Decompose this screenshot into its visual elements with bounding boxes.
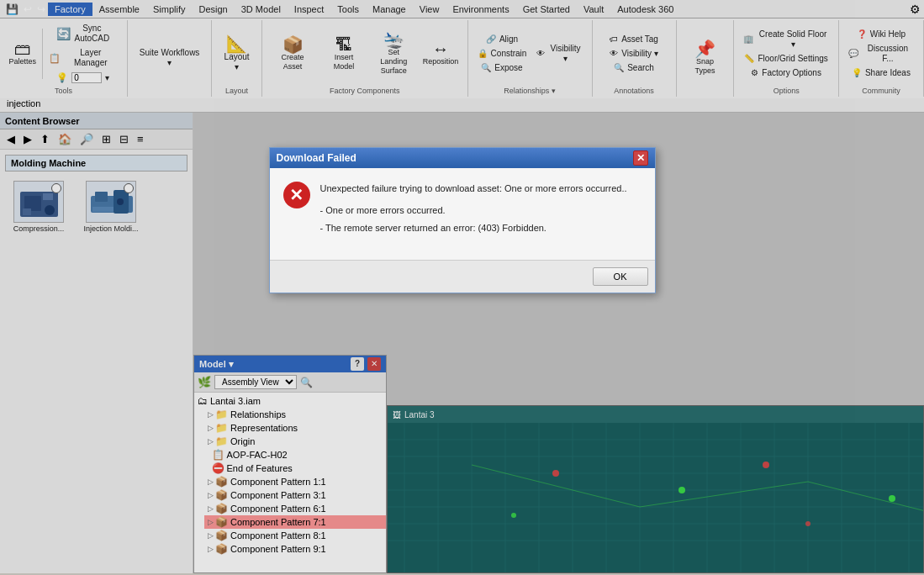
dialog-close-button[interactable]: ✕	[633, 150, 648, 166]
dialog-message-area: ✕ Unexpected failure trying to download …	[283, 182, 642, 236]
dialog-error-item-1: - One or more errors occurred.	[320, 203, 627, 219]
error-icon: ✕	[283, 182, 310, 208]
dialog-titlebar: Download Failed ✕	[270, 148, 655, 168]
dialog-body: ✕ Unexpected failure trying to download …	[270, 168, 655, 260]
dialog-text: Unexpected failure trying to download as…	[320, 182, 627, 236]
dialog-title-text: Download Failed	[277, 152, 356, 164]
dialog-footer: OK	[270, 260, 655, 293]
download-failed-dialog: Download Failed ✕ ✕ Unexpected failure t…	[269, 147, 656, 293]
dialog-main-message: Unexpected failure trying to download as…	[320, 182, 627, 197]
dialog-overlay: Download Failed ✕ ✕ Unexpected failure t…	[0, 0, 924, 575]
ok-button[interactable]: OK	[593, 267, 648, 286]
dialog-error-item-2: - The remote server returned an error: (…	[320, 221, 627, 236]
